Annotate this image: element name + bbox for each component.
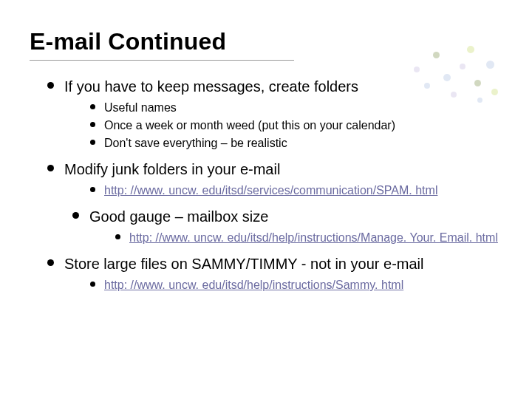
bullet-icon [47,82,54,89]
title-rule [30,60,294,61]
sub-list-item-text: http: //www. uncw. edu/itsd/help/instruc… [104,278,403,293]
bullet-icon [90,187,95,192]
sub-list-item: Once a week or month weed (put this on y… [90,118,502,133]
bullet-list: If you have to keep messages, create fol… [30,77,502,293]
bullet-icon [90,104,95,109]
bullet-icon [115,234,120,239]
sub-list: http: //www. uncw. edu/itsd/help/instruc… [47,278,502,293]
sub-list-item: Useful names [90,100,502,115]
decor-dot [486,61,494,69]
bullet-icon [90,282,95,287]
bullet-icon [90,140,95,145]
sub-list-item-text: Useful names [104,100,177,115]
decor-dot [414,66,420,72]
bullet-icon [47,259,54,266]
list-item-text: Good gauge – mailbox size [89,207,268,226]
slide-title: E-mail Continued [30,28,502,55]
sub-list: http: //www. uncw. edu/itsd/services/com… [47,183,502,198]
bullet-icon [47,165,54,171]
sub-list: http: //www. uncw. edu/itsd/help/instruc… [72,231,502,245]
list-item: Modify junk folders in your e-mailhttp: … [47,160,502,198]
list-item: If you have to keep messages, create fol… [47,77,502,151]
sub-list-item: Don't save everything – be realistic [90,136,502,151]
sub-list-item: http: //www. uncw. edu/itsd/help/instruc… [115,231,502,245]
sub-list-item: http: //www. uncw. edu/itsd/services/com… [90,183,502,198]
list-item: Good gauge – mailbox sizehttp: //www. un… [72,207,502,245]
hyperlink[interactable]: http: //www. uncw. edu/itsd/help/instruc… [104,279,403,291]
sub-list-item-text: Once a week or month weed (put this on y… [104,118,395,133]
bullet-icon [90,122,95,127]
sub-list-item-text: http: //www. uncw. edu/itsd/services/com… [104,183,437,198]
list-item-text: If you have to keep messages, create fol… [64,77,358,96]
bullet-icon [72,212,79,219]
list-item: Store large files on SAMMY/TIMMY - not i… [47,254,502,293]
list-item-text: Modify junk folders in your e-mail [64,160,280,179]
sub-list-item-text: http: //www. uncw. edu/itsd/help/instruc… [129,231,498,245]
sub-list-item: http: //www. uncw. edu/itsd/help/instruc… [90,278,502,293]
hyperlink[interactable]: http: //www. uncw. edu/itsd/services/com… [104,184,437,197]
decor-dot [460,64,466,69]
sub-list-item-text: Don't save everything – be realistic [104,136,287,151]
hyperlink[interactable]: http: //www. uncw. edu/itsd/help/instruc… [129,231,498,244]
list-item-text: Store large files on SAMMY/TIMMY - not i… [64,254,423,273]
sub-list: Useful namesOnce a week or month weed (p… [47,100,502,151]
slide: E-mail Continued If you have to keep mes… [0,0,532,399]
